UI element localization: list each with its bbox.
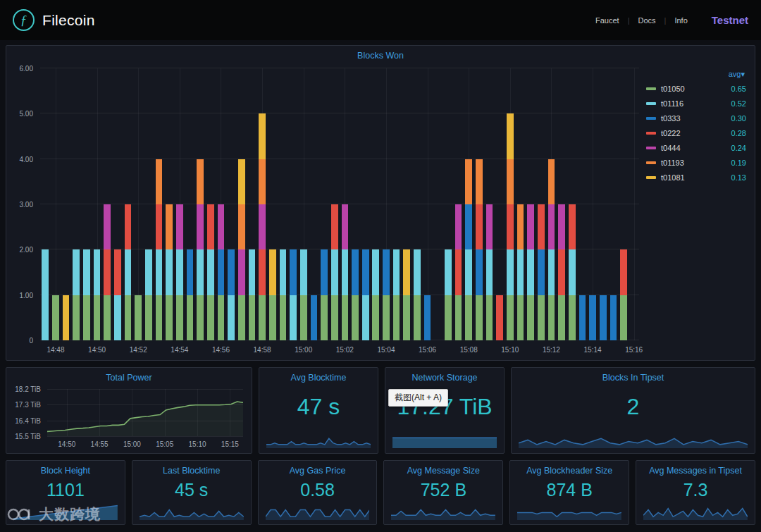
bar-slot[interactable] (206, 68, 216, 340)
bar-slot[interactable] (381, 68, 392, 340)
legend-series-name: t0222 (661, 129, 731, 137)
bar-slot[interactable] (309, 68, 319, 340)
legend-item-t01081[interactable]: t010810.13 (646, 170, 746, 185)
bar-slot[interactable] (102, 68, 113, 340)
bar-segment-t01050 (300, 295, 307, 340)
bar-slot[interactable] (443, 68, 454, 340)
total-power-plot[interactable] (47, 389, 243, 436)
bar-slot[interactable] (433, 68, 443, 340)
bar-slot[interactable] (288, 68, 299, 340)
bar-slot[interactable] (226, 68, 237, 340)
avg-gas-price-title[interactable]: Avg Gas Price (259, 461, 377, 476)
bar-slot[interactable] (40, 68, 51, 340)
bar-slot[interactable] (236, 68, 247, 340)
total-power-title[interactable]: Total Power (6, 368, 252, 383)
bar-segment-t01116 (114, 295, 121, 340)
blocks-won-plot[interactable] (40, 68, 639, 340)
legend-item-t0444[interactable]: t04440.24 (646, 140, 746, 155)
bar-segment-t0444 (176, 204, 183, 249)
bar-slot[interactable] (588, 68, 598, 340)
bar-slot[interactable] (464, 68, 474, 340)
last-blocktime-value: 45 s (132, 476, 251, 505)
dashboard: Blocks Won 6.005.004.003.002.001.000 14:… (0, 40, 761, 531)
legend-avg-sort-button[interactable]: avg▾ (646, 70, 746, 79)
avg-message-size-title[interactable]: Avg Message Size (384, 461, 502, 476)
legend-item-t01193[interactable]: t011930.19 (646, 155, 746, 170)
testnet-link[interactable]: Testnet (712, 14, 748, 26)
legend-item-t0222[interactable]: t02220.28 (646, 125, 746, 140)
bar-slot[interactable] (340, 68, 350, 340)
bar-slot[interactable] (175, 68, 185, 340)
bar-segment-t01193 (166, 204, 173, 249)
legend-item-t0333[interactable]: t03330.30 (646, 111, 746, 125)
bar-slot[interactable] (526, 68, 536, 340)
bar-slot[interactable] (51, 68, 61, 340)
bar-slot[interactable] (61, 68, 71, 340)
bar-slot[interactable] (113, 68, 123, 340)
bar-slot[interactable] (144, 68, 154, 340)
bar-slot[interactable] (484, 68, 495, 340)
network-storage-title[interactable]: Network Storage (385, 368, 504, 383)
bar-segment-t01050 (558, 295, 565, 340)
bar-segment-t01050 (476, 295, 483, 340)
bar-slot[interactable] (412, 68, 423, 340)
bar-slot[interactable] (515, 68, 526, 340)
bar-slot[interactable] (546, 68, 557, 340)
bar-slot[interactable] (567, 68, 577, 340)
bar-slot[interactable] (608, 68, 619, 340)
nav-link-docs[interactable]: Docs (629, 16, 664, 25)
avg-blocktime-title[interactable]: Avg Blocktime (259, 368, 378, 383)
bar-slot[interactable] (422, 68, 433, 340)
bar-slot[interactable] (319, 68, 330, 340)
bar-slot[interactable] (195, 68, 206, 340)
legend-item-t01050[interactable]: t010500.65 (646, 81, 746, 96)
bar-slot[interactable] (402, 68, 412, 340)
bar-slot[interactable] (350, 68, 361, 340)
avg-messages-in-tipset-title[interactable]: Avg Messages in Tipset (636, 461, 755, 476)
bar-slot[interactable] (123, 68, 133, 340)
nav-link-faucet[interactable]: Faucet (587, 16, 628, 25)
bar-segment-t01193 (197, 159, 204, 204)
avg-blockheader-size-title[interactable]: Avg Blockheader Size (510, 461, 629, 476)
nav-link-info[interactable]: Info (666, 16, 695, 25)
brand-title[interactable]: Filecoin (42, 12, 95, 29)
bar-slot[interactable] (629, 68, 639, 340)
row-2: Total Power 18.2 TiB17.3 TiB16.4 TiB15.5… (6, 367, 755, 454)
bar-slot[interactable] (164, 68, 175, 340)
bar-slot[interactable] (185, 68, 195, 340)
bar-slot[interactable] (278, 68, 288, 340)
bar-slot[interactable] (154, 68, 164, 340)
blocks-won-legend: avg▾ t010500.65t011160.52t03330.30t02220… (646, 70, 746, 185)
bar-slot[interactable] (247, 68, 257, 340)
bar-slot[interactable] (536, 68, 547, 340)
bar-slot[interactable] (329, 68, 340, 340)
bar-slot[interactable] (598, 68, 608, 340)
bar-slot[interactable] (474, 68, 485, 340)
bar-slot[interactable] (505, 68, 516, 340)
bar-slot[interactable] (557, 68, 567, 340)
bar-slot[interactable] (495, 68, 505, 340)
bar-segment-t0444 (104, 204, 111, 249)
bar-slot[interactable] (453, 68, 464, 340)
bar-slot[interactable] (267, 68, 278, 340)
filecoin-logo-icon[interactable]: ƒ (13, 9, 35, 31)
bar-slot[interactable] (92, 68, 102, 340)
bar-slot[interactable] (619, 68, 629, 340)
bar-slot[interactable] (298, 68, 309, 340)
blocks-in-tipset-title[interactable]: Blocks In Tipset (512, 368, 755, 383)
bar-slot[interactable] (577, 68, 588, 340)
bar-slot[interactable] (82, 68, 92, 340)
bar-segment-t0333 (600, 295, 607, 340)
legend-item-t01116[interactable]: t011160.52 (646, 96, 746, 111)
last-blocktime-title[interactable]: Last Blocktime (132, 461, 251, 476)
bar-slot[interactable] (133, 68, 144, 340)
bar-slot[interactable] (216, 68, 226, 340)
y-tick-label: 16.4 TiB (15, 416, 41, 424)
bar-slot[interactable] (360, 68, 371, 340)
bar-slot[interactable] (371, 68, 381, 340)
block-height-title[interactable]: Block Height (6, 461, 125, 476)
bar-slot[interactable] (391, 68, 402, 340)
blocks-won-title[interactable]: Blocks Won (6, 46, 755, 61)
bar-slot[interactable] (71, 68, 82, 340)
bar-slot[interactable] (257, 68, 268, 340)
